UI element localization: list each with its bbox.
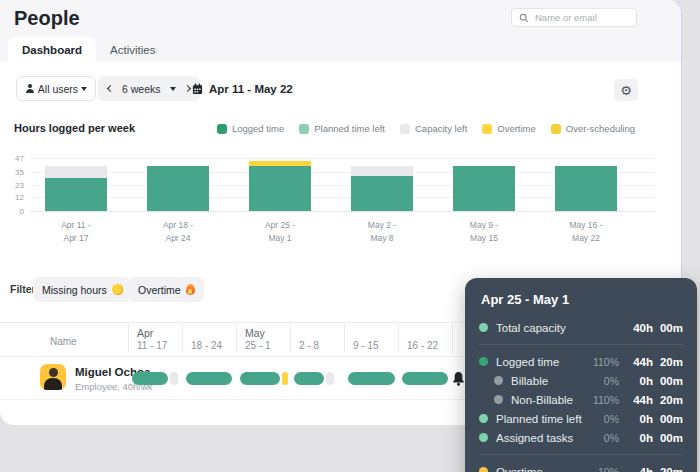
status-dot-gray [494, 376, 503, 385]
y-axis-tick-label: 12 [0, 193, 24, 202]
column-separator [344, 324, 345, 353]
chart-bar-segment[interactable] [249, 166, 311, 211]
status-dot-green [479, 357, 488, 366]
tooltip-row-percent: 0% [583, 413, 619, 425]
bell-icon[interactable] [451, 370, 466, 387]
chart-bar-segment[interactable] [147, 166, 209, 211]
settings-button[interactable]: ⚙ [614, 79, 638, 101]
chart-bar-segment[interactable] [453, 166, 515, 211]
date-range-display: Apr 11 - May 22 [192, 76, 293, 101]
tooltip-row-minutes: 00m [653, 413, 683, 425]
tooltip-row-percent: 110% [583, 394, 619, 406]
week-minibar[interactable] [402, 372, 448, 385]
week-minibar[interactable] [294, 372, 334, 385]
weeks-range-selector: 6 weeks [98, 76, 200, 101]
call-me-hand-icon [112, 284, 123, 295]
week-column-month: May [245, 327, 290, 340]
tooltip-row-minutes: 00m [653, 375, 683, 387]
status-dot-mint [479, 414, 488, 423]
tooltip-rows: Total capacity40h00mLogged time110%44h20… [479, 318, 683, 472]
legend-item[interactable]: Overtime [482, 123, 536, 134]
week-column-header[interactable]: 16 - 22 [398, 327, 452, 351]
y-axis-tick-label: 35 [0, 168, 24, 177]
filter-missing-hours-button[interactable]: Missing hours [33, 277, 132, 302]
search-placeholder: Name or email [535, 12, 597, 23]
week-column-header[interactable]: Apr11 - 17 [128, 327, 182, 351]
chart-bar-segment[interactable] [351, 166, 413, 176]
legend-swatch [217, 124, 227, 134]
filter-label: Filter [10, 283, 36, 295]
tooltip-row: Non-Billable110%44h20m [479, 390, 683, 409]
chart-bar-segment[interactable] [249, 161, 311, 166]
tooltip-divider [479, 344, 683, 345]
tooltip-row: Assigned tasks0%0h00m [479, 428, 683, 447]
tooltip-row-hours: 44h [619, 394, 653, 406]
column-separator [236, 324, 237, 353]
people-dashboard-screen: People Name or email Dashboard Activitie… [0, 0, 700, 472]
prev-week-arrow-icon[interactable] [107, 85, 114, 92]
tooltip-row-hours: 0h [619, 375, 653, 387]
tooltip-row-minutes: 00m [653, 432, 683, 444]
tooltip-row-percent: 110% [583, 356, 619, 368]
column-separator [452, 324, 453, 353]
avatar-head [49, 368, 58, 377]
tab-dashboard[interactable]: Dashboard [8, 37, 96, 62]
week-minibar[interactable] [132, 372, 178, 385]
chevron-down-icon[interactable] [170, 87, 176, 91]
tooltip-row-label: Non-Billable [511, 394, 583, 406]
week-minibar[interactable] [240, 372, 288, 385]
legend-item[interactable]: Capacity left [400, 123, 467, 134]
week-minibar[interactable] [348, 372, 395, 385]
legend-label: Capacity left [415, 123, 467, 134]
chart-bar-segment[interactable] [351, 176, 413, 211]
minibar-segment-logged [186, 372, 232, 385]
chart-gridline [30, 211, 655, 212]
person-icon [25, 83, 35, 94]
week-column-header[interactable]: 2 - 8 [290, 327, 344, 351]
week-column-range: 18 - 24 [191, 340, 236, 351]
search-input[interactable]: Name or email [511, 8, 637, 27]
week-column-range: 16 - 22 [407, 340, 452, 351]
tooltip-row-percent: 0% [583, 375, 619, 387]
tooltip-row-hours: 4h [619, 466, 653, 472]
tooltip-row-percent: 10% [583, 466, 619, 472]
weeks-selector-label[interactable]: 6 weeks [122, 83, 161, 95]
tooltip-row-percent: 0% [583, 432, 619, 444]
x-axis-label: May 16 -May 22 [535, 219, 637, 245]
status-dot-mint [479, 323, 488, 332]
tab-activities[interactable]: Activities [96, 37, 169, 62]
search-icon [519, 13, 529, 23]
chart-bar-segment[interactable] [45, 166, 107, 178]
week-column-header[interactable]: 18 - 24 [182, 327, 236, 351]
tooltip-row-label: Planned time left [496, 413, 583, 425]
legend-item[interactable]: Over-scheduling [551, 123, 635, 134]
filter-overtime-button[interactable]: Overtime [129, 277, 204, 302]
legend-label: Over-scheduling [566, 123, 635, 134]
week-column-header[interactable]: May25 - 1 [236, 327, 290, 351]
week-column-range: 11 - 17 [137, 340, 182, 351]
tooltip-row-minutes: 20m [653, 466, 683, 472]
tooltip-row-label: Billable [511, 375, 583, 387]
chart-title: Hours logged per week [14, 122, 135, 134]
x-axis-label: May 9 -May 15 [433, 219, 535, 245]
legend-item[interactable]: Logged time [217, 123, 284, 134]
status-dot-gray [494, 395, 503, 404]
column-separator [290, 324, 291, 353]
tooltip-row-hours: 44h [619, 356, 653, 368]
column-separator [398, 324, 399, 353]
week-column-month [299, 327, 344, 340]
minibar-segment-logged [348, 372, 395, 385]
tooltip-row-hours: 40h [619, 322, 653, 334]
next-week-arrow-icon[interactable] [183, 85, 190, 92]
avatar[interactable] [40, 364, 66, 390]
tooltip-row-label: Total capacity [496, 322, 583, 334]
chart-bar-segment[interactable] [45, 178, 107, 211]
chart-bar-segment[interactable] [555, 166, 617, 211]
legend-item[interactable]: Planned time left [299, 123, 385, 134]
week-minibar[interactable] [186, 372, 232, 385]
chart-legend: Logged timePlanned time leftCapacity lef… [217, 123, 635, 134]
gear-icon: ⚙ [620, 83, 632, 98]
tooltip-row-hours: 0h [619, 413, 653, 425]
week-column-header[interactable]: 9 - 15 [344, 327, 398, 351]
users-filter-dropdown[interactable]: All users [16, 76, 96, 101]
